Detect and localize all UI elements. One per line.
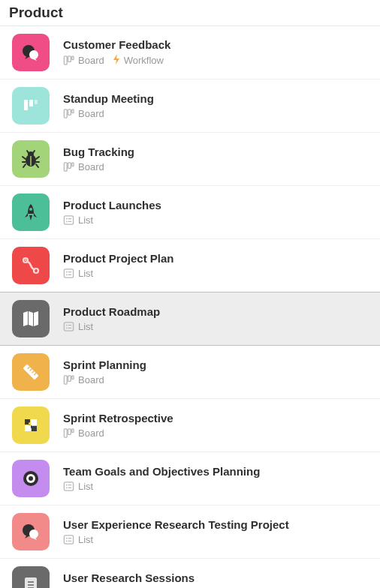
project-item[interactable]: Team Goals and Objectives PlanningList [0,452,380,506]
svg-rect-47 [68,429,71,435]
project-item-body: Product Project PlanList [63,252,174,279]
target-icon [12,460,50,497]
svg-point-17 [29,208,32,211]
bug-icon [12,140,50,178]
view-label: List [78,481,93,492]
clipboard-icon [12,566,50,588]
project-item[interactable]: User Research SessionsList [0,559,380,588]
svg-rect-46 [64,429,67,437]
project-title: Product Roadmap [63,305,160,319]
board-view-chip: Board [63,428,104,439]
project-item-body: Bug TrackingBoard [63,146,134,172]
svg-rect-4 [72,56,74,60]
svg-point-62 [66,541,68,542]
svg-point-53 [66,484,68,486]
view-label: Board [78,108,104,119]
svg-point-51 [29,476,33,481]
project-title: Sprint Retrospective [63,412,173,425]
project-item[interactable]: User Experience Research Testing Project… [0,506,380,559]
bolt-icon [112,54,121,67]
svg-rect-18 [64,216,73,224]
map-icon [12,300,50,338]
board-icon [63,108,74,119]
list-view-chip: List [63,481,93,492]
project-meta: Board [63,161,134,172]
svg-rect-52 [64,482,73,490]
project-item-body: User Experience Research Testing Project… [63,518,289,545]
svg-point-58 [29,530,38,538]
project-title: Team Goals and Objectives Planning [63,465,260,478]
project-title: Product Launches [63,199,161,212]
workflow-chip: Workflow [112,54,164,67]
view-label: List [78,321,93,332]
project-meta: List [63,481,260,492]
kanban-columns-icon [12,87,50,124]
board-icon [63,55,74,66]
list-view-chip: List [63,268,93,279]
board-view-chip: Board [63,161,104,172]
svg-point-1 [29,50,38,59]
svg-rect-9 [68,110,71,116]
svg-rect-5 [24,100,28,110]
board-view-chip: Board [63,108,104,119]
svg-rect-10 [72,110,74,113]
section-title: Product [0,0,380,26]
svg-point-60 [66,538,68,539]
board-icon [63,428,74,439]
svg-rect-45 [25,425,31,431]
project-item-body: Standup MeetingBoard [63,92,154,119]
board-icon [63,161,74,172]
project-meta: BoardWorkflow [63,54,170,67]
svg-point-55 [66,488,68,489]
svg-rect-26 [64,269,73,278]
svg-rect-44 [31,419,37,425]
project-item[interactable]: Standup MeetingBoard [0,80,380,133]
project-meta: Board [63,428,173,439]
project-item[interactable]: Sprint PlanningBoard [0,346,380,399]
list-icon [63,268,74,279]
list-view-chip: List [63,214,93,226]
project-item[interactable]: Bug TrackingBoard [0,133,380,186]
chat-bubbles-icon [12,34,50,71]
project-item[interactable]: Sprint RetrospectiveBoard [0,399,380,452]
svg-point-19 [66,218,68,220]
svg-rect-7 [35,100,38,104]
view-label: Board [78,161,104,172]
svg-rect-8 [64,110,67,118]
board-view-chip: Board [63,55,104,66]
view-label: List [78,534,93,545]
list-icon [63,214,74,226]
project-title: User Research Sessions [63,572,195,585]
project-meta: List [63,214,161,226]
list-icon [63,534,74,545]
svg-point-32 [66,325,68,326]
svg-point-21 [66,221,68,223]
project-item[interactable]: ×Product Project PlanList [0,239,380,292]
puzzle-icon [12,406,50,444]
workflow-label: Workflow [124,55,164,66]
project-item-body: Product RoadmapList [63,305,160,332]
project-meta: List [63,534,289,545]
svg-rect-6 [29,100,33,106]
project-item[interactable]: Product LaunchesList [0,186,380,239]
project-item[interactable]: Product RoadmapList [0,292,380,346]
project-meta: Board [63,374,146,386]
chat-bubbles-icon [12,513,50,550]
svg-rect-3 [68,56,71,62]
board-icon [63,374,74,386]
project-title: Customer Feedback [63,38,170,52]
view-label: List [78,268,93,279]
project-item-body: Customer FeedbackBoardWorkflow [63,38,170,67]
list-view-chip: List [63,321,93,332]
list-icon [63,481,74,492]
svg-rect-64 [25,578,37,588]
project-title: User Experience Research Testing Project [63,518,289,532]
svg-rect-42 [68,376,71,382]
list-view-chip: List [63,534,93,545]
svg-point-29 [66,274,68,276]
board-view-chip: Board [63,374,104,386]
svg-rect-2 [64,56,67,64]
project-item-body: Product LaunchesList [63,199,161,226]
project-item[interactable]: Customer FeedbackBoardWorkflow [0,26,380,80]
merge-path-icon: × [12,247,50,284]
